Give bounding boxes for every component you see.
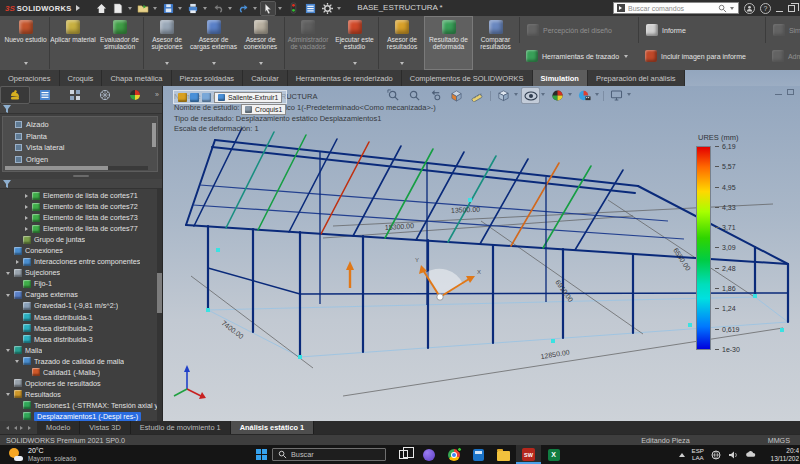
ribbon-button[interactable]: Comparar resultados [472,17,519,69]
body-icon[interactable] [190,93,199,102]
menu-expand-icon[interactable] [76,5,83,11]
ribbon-button[interactable]: Administrar red [765,43,800,69]
tree1-vertical-scrollbar[interactable] [152,123,156,147]
expand-arrow-icon[interactable] [14,258,20,266]
taskbar-chrome-button[interactable] [441,445,466,464]
open-caret[interactable] [153,7,157,12]
expand-arrow-icon[interactable] [14,313,20,321]
redo-icon[interactable] [236,2,250,15]
study-tree-item[interactable]: Cargas externas [0,289,162,300]
display-style-icon[interactable] [522,88,539,103]
expand-arrow-icon[interactable] [14,236,20,244]
weather-widget[interactable]: 20°C Mayorm. soleado [0,447,250,462]
tree2-vertical-scrollbar[interactable] [157,189,162,421]
expand-arrow-icon[interactable] [14,357,20,365]
ribbon-button-caret[interactable] [212,62,216,67]
tab-scroll-buttons[interactable] [0,421,37,434]
expand-arrow-icon[interactable] [14,324,20,332]
taskbar-file-explorer-button[interactable] [491,445,516,464]
view-orientation-icon[interactable] [495,88,512,103]
ribbon-button[interactable]: Asesor de conexiones [237,17,284,69]
help-icon[interactable]: ? [760,3,771,14]
part-icon[interactable] [178,93,187,102]
ribbon-button[interactable]: Incluir imagen para informe [638,43,765,69]
study-tree-item[interactable]: Interacciones entre componentes [0,256,162,267]
home-icon[interactable] [94,2,108,15]
ribbon-button[interactable]: Resultado de deformada [425,17,472,69]
ribbon-button[interactable]: Informe [638,17,765,43]
search-caret[interactable] [730,7,734,12]
restore-button[interactable] [788,5,795,12]
study-tree-item[interactable]: Elemento de lista de cortes77 [0,223,162,234]
expand-arrow-icon[interactable] [5,247,11,255]
print-icon[interactable] [186,2,200,15]
expand-arrow-icon[interactable] [23,192,29,200]
new-document-icon[interactable] [111,2,125,15]
command-tab[interactable]: Simulation [533,70,588,86]
taskbar-calculator-button[interactable] [466,445,491,464]
document-tab[interactable]: Vistas 3D [80,421,131,434]
document-tab[interactable]: Estudio de movimiento 1 [131,421,231,434]
view-settings-icon[interactable] [608,88,625,103]
expand-arrow-icon[interactable] [23,225,29,233]
panel-splitter[interactable] [0,172,162,179]
tree-filter-bar[interactable] [0,104,162,114]
section-view-icon[interactable] [448,88,465,103]
expand-arrow-icon[interactable] [23,203,29,211]
ribbon-button-caret[interactable] [259,62,263,67]
new-document-caret[interactable] [128,7,132,12]
feature-manager-tab[interactable] [1,87,29,103]
taskbar-solidworks-button[interactable]: SW [516,445,541,464]
onedrive-cloud-icon[interactable] [745,450,756,459]
taskbar-clock[interactable]: 20:4 13/11/202 [763,447,799,461]
study-tree-item[interactable]: Sujeciones [0,267,162,278]
search-icon[interactable] [718,4,727,13]
dimxpert-manager-tab[interactable] [91,87,119,103]
ribbon-button-caret[interactable] [400,62,404,67]
ribbon-button[interactable]: Aplicar material [49,17,96,69]
select-icon[interactable] [261,2,275,15]
edit-appearance-icon[interactable] [576,88,593,103]
expand-arrow-icon[interactable] [23,214,29,222]
command-tab[interactable]: Croquis [60,70,103,86]
breadcrumb-feature-chip[interactable]: Saliente-Extruir1 [214,92,282,103]
study-tree-item[interactable]: Gravedad-1 (-9,81 m/s^2:) [0,300,162,311]
expand-arrow-icon[interactable] [14,302,20,310]
ribbon-button[interactable]: Asesor de resultados [378,17,425,69]
panel-expand-chevron[interactable]: » [155,91,161,98]
ribbon-button-caret[interactable] [353,62,357,67]
tree-item[interactable]: Alzado [6,119,148,131]
ribbon-button[interactable]: Percepción del diseño [519,17,638,43]
command-tab[interactable]: Preparación del análisis [588,70,685,86]
options-gear-icon[interactable] [320,2,334,15]
command-tab[interactable]: Chapa metálica [102,70,171,86]
study-tree-item[interactable]: Masa distribuida-3 [0,334,162,345]
save-caret[interactable] [178,7,182,12]
taskbar-app-purple-button[interactable] [416,445,441,464]
language-indicator[interactable]: ESP LAA [692,448,704,462]
ribbon-button[interactable]: Evaluador de simulación [96,17,143,69]
properties-icon[interactable] [303,2,317,15]
expand-arrow-icon[interactable] [5,390,11,398]
command-tab[interactable]: Operaciones [0,70,60,86]
tree-item[interactable]: Vista lateral [6,142,148,154]
graphics-viewport[interactable]: 13500.00 15300.00 6910.00 6550.00 7400.0… [163,86,800,421]
tree1-horizontal-scrollbar[interactable] [5,166,148,170]
taskbar-excel-button[interactable]: X [541,445,566,464]
study-tree-item[interactable]: Masa distribuida-2 [0,323,162,334]
options-caret[interactable] [337,7,341,12]
study-tree-item[interactable]: Elemento de lista de cortes72 [0,201,162,212]
study-tree-item[interactable]: Trazado de calidad de malla [0,356,162,367]
open-icon[interactable] [136,2,150,15]
search-scope-icon[interactable] [617,4,625,12]
user-account-icon[interactable] [744,3,755,14]
doc-minimize-button[interactable] [775,94,782,95]
expand-arrow-icon[interactable] [5,379,11,387]
expand-arrow-icon[interactable] [23,368,29,376]
ribbon-button[interactable]: Nuevo estudio [2,17,49,69]
previous-view-icon[interactable] [427,88,444,103]
study-tree-item[interactable]: Elemento de lista de cortes73 [0,212,162,223]
study-tree-item[interactable]: Grupo de juntas [0,234,162,245]
study-tree-item[interactable]: Desplazamientos1 (-Despl res-) [0,411,162,421]
redo-caret[interactable] [253,7,257,12]
